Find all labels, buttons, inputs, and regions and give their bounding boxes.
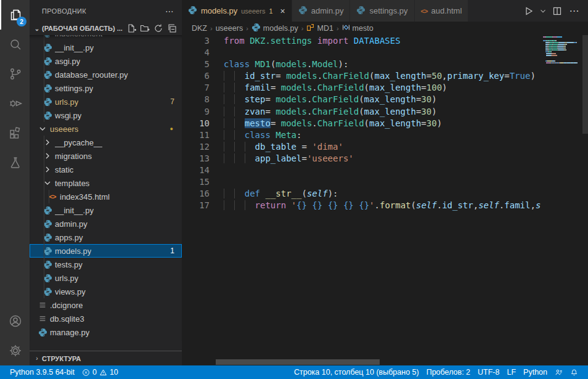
tree-item-label: useeers — [50, 124, 78, 134]
tree-item-label: wsgi.py — [55, 111, 81, 120]
line-number[interactable]: 6 — [182, 70, 210, 82]
file-tree: indexelement__init__.pyasgi.pydatabase_r… — [30, 35, 182, 341]
tree-file-apps-py[interactable]: apps.py — [30, 230, 182, 244]
language-mode-status[interactable]: Python — [520, 365, 551, 379]
line-number[interactable]: 7 — [182, 82, 210, 94]
tree-item-label: __init__.py — [55, 43, 94, 52]
line-number[interactable]: 16 — [182, 188, 210, 200]
search-icon[interactable] — [0, 30, 30, 59]
code-area[interactable]: from DKZ.settings import DATABASESclass … — [224, 35, 588, 365]
line-number[interactable]: 11 — [182, 129, 210, 141]
editor: 34567891011121314151617 from DKZ.setting… — [182, 35, 588, 365]
indentation-status[interactable]: Пробелов: 2 — [423, 365, 474, 379]
tree-file-urls-py[interactable]: urls.py7 — [30, 95, 182, 108]
close-icon[interactable]: × — [280, 7, 285, 15]
run-button[interactable] — [521, 4, 536, 18]
refresh-icon[interactable] — [153, 23, 163, 33]
minimap[interactable] — [541, 35, 582, 365]
line-number[interactable]: 14 — [182, 165, 210, 176]
line-number[interactable]: 12 — [182, 141, 210, 153]
code-line: step= models.CharField(max_length=30) — [224, 94, 588, 105]
code-line: famil= models.CharField(max_length=100) — [224, 82, 588, 94]
tree-folder-migrations[interactable]: migrations — [30, 149, 182, 163]
tree-file-indexelement[interactable]: indexelement — [30, 35, 182, 41]
indent-guide — [44, 81, 44, 95]
tree-file--init-py[interactable]: __init__.py — [30, 203, 182, 217]
tree-file-asgi-py[interactable]: asgi.py — [30, 54, 182, 68]
breadcrumb-label: mesto — [353, 24, 374, 33]
split-editor-button[interactable] — [550, 4, 565, 18]
line-number[interactable]: 8 — [182, 94, 210, 105]
breadcrumbs: DKZ›useeers›models.py›MD1›mesto — [182, 22, 588, 35]
line-number[interactable]: 13 — [182, 153, 210, 165]
testing-icon[interactable] — [0, 148, 30, 177]
breadcrumb-useeers[interactable]: useeers — [216, 24, 243, 33]
line-number[interactable]: 4 — [182, 47, 210, 59]
account-icon[interactable] — [0, 306, 30, 336]
line-number[interactable]: 15 — [182, 176, 210, 188]
line-number[interactable]: 5 — [182, 59, 210, 70]
line-number[interactable]: 9 — [182, 106, 210, 118]
line-number[interactable]: 3 — [182, 35, 210, 47]
encoding-status[interactable]: UTF-8 — [474, 365, 503, 379]
tree-file-models-py[interactable]: models.py1 — [30, 244, 182, 258]
feedback-icon[interactable] — [551, 365, 566, 379]
tree-file-wsgi-py[interactable]: wsgi.py — [30, 108, 182, 122]
outline-section-header[interactable]: › СТРУКТУРА — [30, 351, 182, 365]
cursor-position-status[interactable]: Строка 10, столбец 10 (выбрано 5) — [290, 365, 423, 379]
vertical-scrollbar[interactable] — [582, 35, 588, 134]
horizontal-scrollbar[interactable] — [216, 359, 380, 365]
indentation-label: Пробелов: 2 — [427, 368, 470, 377]
new-file-icon[interactable] — [126, 23, 136, 33]
tree-file-index345-html[interactable]: <>index345.html — [30, 190, 182, 203]
tab-admin-py[interactable]: admin.py — [292, 0, 351, 22]
run-debug-icon[interactable] — [0, 89, 30, 118]
extensions-icon[interactable] — [0, 118, 30, 148]
tree-file-database-roouter-py[interactable]: database_roouter.py — [30, 68, 182, 81]
breadcrumb-md1[interactable]: MD1 — [306, 23, 333, 33]
settings-gear-icon[interactable] — [0, 336, 30, 365]
outline-label: СТРУКТУРА — [42, 355, 81, 362]
run-dropdown-chevron-icon[interactable] — [539, 4, 547, 18]
tree-file-settings-py[interactable]: settings.py — [30, 81, 182, 95]
explorer-icon[interactable]: 2 — [0, 0, 30, 30]
tree-file-admin-py[interactable]: admin.py — [30, 217, 182, 230]
more-actions-button[interactable]: ⋯ — [567, 4, 582, 18]
tree-file-db-sqlite3[interactable]: db.sqlite3 — [30, 312, 182, 325]
notifications-bell-icon[interactable] — [566, 365, 582, 379]
line-number[interactable]: 17 — [182, 200, 210, 211]
problems-status[interactable]: 0 10 — [78, 365, 122, 379]
tree-file--init-py[interactable]: __init__.py — [30, 41, 182, 54]
tree-file--dcignore[interactable]: .dcignore — [30, 298, 182, 312]
code-line: def __str__(self): — [224, 188, 588, 200]
line-number[interactable]: 10 — [182, 118, 210, 129]
tab-models-py[interactable]: models.pyuseeers1× — [182, 0, 292, 22]
source-control-icon[interactable] — [0, 59, 30, 89]
tree-file-urls-py[interactable]: urls.py — [30, 271, 182, 285]
tree-folder-static[interactable]: static — [30, 163, 182, 176]
tree-folder-useeers[interactable]: useeers● — [30, 122, 182, 136]
workspace-section-header[interactable]: ⌄ (РАБОЧАЯ ОБЛАСТЬ) ... — [30, 22, 182, 35]
tree-folder--pycache-[interactable]: __pycache__ — [30, 136, 182, 149]
sidebar-title: ПРОВОДНИК ⋯ — [30, 0, 182, 22]
tree-file-manage-py[interactable]: manage.py — [30, 325, 182, 339]
tree-file-tests-py[interactable]: tests.py — [30, 258, 182, 271]
tree-folder-templates[interactable]: templates — [30, 176, 182, 190]
editor-gutter[interactable]: 34567891011121314151617 — [182, 35, 224, 365]
new-folder-icon[interactable] — [140, 23, 150, 33]
tab-aud-html[interactable]: <>aud.html — [415, 0, 469, 22]
collapse-all-icon[interactable] — [167, 23, 177, 33]
warning-count: 10 — [110, 368, 118, 377]
python-interpreter-status[interactable]: Python 3.9.5 64-bit — [6, 365, 78, 379]
tree-file-views-py[interactable]: views.py — [30, 285, 182, 298]
tab-settings-py[interactable]: settings.py — [350, 0, 414, 22]
explorer-sidebar: ПРОВОДНИК ⋯ ⌄ (РАБОЧАЯ ОБЛАСТЬ) ... inde… — [30, 0, 182, 365]
tree-item-label: views.py — [55, 287, 86, 296]
sidebar-more-actions[interactable]: ⋯ — [165, 6, 174, 16]
breadcrumb-mesto[interactable]: mesto — [342, 23, 374, 33]
breadcrumb-label: DKZ — [192, 24, 207, 33]
breadcrumb-models-py[interactable]: models.py — [251, 23, 298, 34]
breadcrumb-dkz[interactable]: DKZ — [192, 24, 207, 33]
eol-status[interactable]: LF — [503, 365, 520, 379]
symbol-field-icon — [342, 23, 350, 33]
